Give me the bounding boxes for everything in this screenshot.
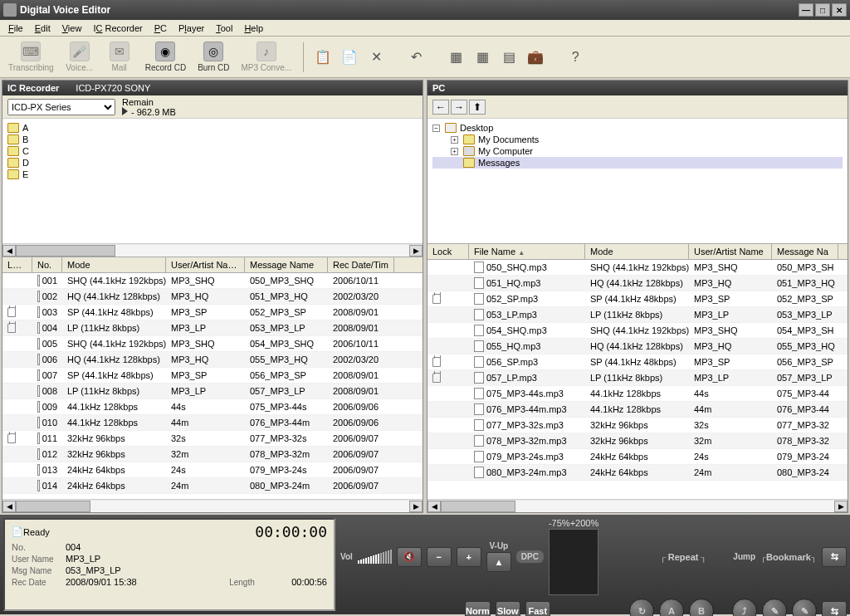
table-row[interactable]: 01424kHz 64kbps24m080_MP3-24m2006/09/07 <box>2 478 423 494</box>
mute-button[interactable]: 🔇 <box>397 547 422 567</box>
maximize-button[interactable]: □ <box>815 3 830 17</box>
undo-button[interactable]: ↶ <box>405 46 427 68</box>
scrollbar-left-tree[interactable]: ◀▶ <box>2 243 423 257</box>
tree-my-computer[interactable]: +My Computer <box>432 145 843 157</box>
menu-player[interactable]: Player <box>173 22 209 35</box>
grid-body-right[interactable]: 050_SHQ.mp3SHQ (44.1kHz 192kbps)MP3_SHQ0… <box>427 260 848 499</box>
column-header[interactable]: Mode <box>62 257 166 272</box>
vup-button[interactable]: ▲ <box>486 552 511 572</box>
forward-button[interactable]: → <box>451 100 467 115</box>
toggle1-button[interactable]: ⇆ <box>822 547 847 567</box>
minimize-button[interactable]: — <box>799 3 813 17</box>
close-button[interactable]: ✕ <box>832 3 847 17</box>
delete-button[interactable]: ✕ <box>365 46 387 68</box>
b-repeat-button[interactable]: B <box>689 599 714 616</box>
expand-icon[interactable]: + <box>451 148 458 155</box>
repeat-button[interactable]: ↻ <box>629 599 654 616</box>
table-row[interactable]: 050_SHQ.mp3SHQ (44.1kHz 192kbps)MP3_SHQ0… <box>427 260 848 276</box>
table-row[interactable]: 01232kHz 96kbps32m078_MP3-32m2006/09/07 <box>2 447 423 462</box>
copy-button[interactable]: 📋 <box>312 46 334 68</box>
table-row[interactable]: 002HQ (44.1kHz 128kbps)MP3_HQ051_MP3_HQ2… <box>2 289 423 305</box>
folder-tree-left[interactable]: ABCDE <box>2 119 423 243</box>
table-row[interactable]: 080_MP3-24m.mp324kHz 64kbps24m080_MP3-24 <box>427 465 848 481</box>
folder-item[interactable]: A <box>7 122 418 134</box>
paste-button[interactable]: 📄 <box>339 46 360 68</box>
tool2-button[interactable]: ▦ <box>471 46 493 68</box>
norm-button[interactable]: Norm <box>465 601 491 616</box>
tree-desktop[interactable]: −Desktop <box>432 122 843 134</box>
tree-my-documents[interactable]: +My Documents <box>432 134 843 145</box>
menu-help[interactable]: Help <box>239 22 268 35</box>
scrollbar-right-grid[interactable]: ◀▶ <box>427 499 848 512</box>
table-row[interactable]: 054_SHQ.mp3SHQ (44.1kHz 192kbps)MP3_SHQ0… <box>427 323 848 339</box>
column-header[interactable]: File Name▲ <box>469 244 585 259</box>
back-button[interactable]: ← <box>432 100 449 115</box>
vol-up-button[interactable]: + <box>457 547 481 567</box>
jump-button[interactable]: ⤴ <box>732 599 757 616</box>
column-header[interactable]: No. <box>32 257 62 272</box>
table-row[interactable]: 055_HQ.mp3HQ (44.1kHz 128kbps)MP3_HQ055_… <box>427 339 848 354</box>
table-row[interactable]: 079_MP3-24s.mp324kHz 64kbps24s079_MP3-24 <box>427 449 848 465</box>
table-row[interactable]: 006HQ (44.1kHz 128kbps)MP3_HQ055_MP3_HQ2… <box>2 352 423 368</box>
menu-tool[interactable]: Tool <box>211 22 237 35</box>
column-header[interactable]: Message Na <box>772 244 838 259</box>
table-row[interactable]: 001SHQ (44.1kHz 192kbps)MP3_SHQ050_MP3_S… <box>2 273 423 289</box>
table-row[interactable]: 053_LP.mp3LP (11kHz 8kbps)MP3_LP053_MP3_… <box>427 307 848 323</box>
table-row[interactable]: 003SP (44.1kHz 48kbps)MP3_SP052_MP3_SP20… <box>2 305 423 320</box>
collapse-icon[interactable]: − <box>432 125 440 132</box>
record-cd-button[interactable]: ◉Record CD <box>142 40 189 74</box>
column-header[interactable]: Mode <box>585 244 689 259</box>
mp3-convert-button[interactable]: ♪MP3 Conve... <box>237 40 295 74</box>
tool3-button[interactable]: ▤ <box>498 46 520 68</box>
a-repeat-button[interactable]: A <box>659 599 684 616</box>
fast-button[interactable]: Fast <box>525 601 550 616</box>
table-row[interactable]: 01044.1kHz 128kbps44m076_MP3-44m2006/09/… <box>2 415 423 431</box>
column-header[interactable]: Lock <box>2 257 32 272</box>
bookmark-prev-button[interactable]: ✎ <box>762 599 787 616</box>
folder-item[interactable]: C <box>7 145 418 157</box>
column-header[interactable]: User/Artist Name <box>689 244 772 259</box>
slow-button[interactable]: Slow <box>496 601 520 616</box>
table-row[interactable]: 052_SP.mp3SP (44.1kHz 48kbps)MP3_SP052_M… <box>427 291 848 307</box>
table-row[interactable]: 008LP (11kHz 8kbps)MP3_LP057_MP3_LP2008/… <box>2 384 423 399</box>
tool4-button[interactable]: 💼 <box>525 46 546 68</box>
column-header[interactable]: Rec Date/Tim <box>328 257 394 272</box>
table-row[interactable]: 078_MP3-32m.mp332kHz 96kbps32m078_MP3-32 <box>427 433 848 449</box>
burn-cd-button[interactable]: ◎Burn CD <box>194 40 232 74</box>
folder-tree-right[interactable]: −Desktop +My Documents +My Computer Mess… <box>427 119 848 243</box>
table-row[interactable]: 077_MP3-32s.mp332kHz 96kbps32s077_MP3-32 <box>427 418 848 433</box>
table-row[interactable]: 056_SP.mp3SP (44.1kHz 48kbps)MP3_SP056_M… <box>427 354 848 370</box>
vol-down-button[interactable]: − <box>427 547 452 567</box>
table-row[interactable]: 01324kHz 64kbps24s079_MP3-24s2006/09/07 <box>2 462 423 478</box>
toggle2-button[interactable]: ⇆ <box>822 601 847 616</box>
table-row[interactable]: 01132kHz 96kbps32s077_MP3-32s2006/09/07 <box>2 431 423 447</box>
column-header[interactable]: Message Name <box>245 257 328 272</box>
column-header[interactable]: User/Artist Name <box>166 257 245 272</box>
table-row[interactable]: 007SP (44.1kHz 48kbps)MP3_SP056_MP3_SP20… <box>2 368 423 384</box>
bookmark-next-button[interactable]: ✎ <box>792 599 817 616</box>
menu-file[interactable]: File <box>3 22 28 35</box>
voice-button[interactable]: 🎤Voice... <box>62 40 97 74</box>
expand-icon[interactable]: + <box>451 136 458 144</box>
scrollbar-left-grid[interactable]: ◀▶ <box>2 499 423 512</box>
help-button[interactable]: ? <box>564 46 586 68</box>
folder-item[interactable]: E <box>7 169 418 180</box>
column-header[interactable]: Lock <box>427 244 469 259</box>
folder-item[interactable]: D <box>7 157 418 169</box>
up-button[interactable]: ⬆ <box>469 100 486 115</box>
table-row[interactable]: 004LP (11kHz 8kbps)MP3_LP053_MP3_LP2008/… <box>2 320 423 336</box>
table-row[interactable]: 051_HQ.mp3HQ (44.1kHz 128kbps)MP3_HQ051_… <box>427 276 848 291</box>
dpc-slider[interactable] <box>549 529 598 595</box>
mail-button[interactable]: ✉Mail <box>102 40 137 74</box>
folder-item[interactable]: B <box>7 134 418 145</box>
grid-body-left[interactable]: 001SHQ (44.1kHz 192kbps)MP3_SHQ050_MP3_S… <box>2 273 423 499</box>
tree-messages[interactable]: Messages <box>432 157 843 169</box>
menu-ic-recorder[interactable]: IC Recorder <box>88 22 147 35</box>
table-row[interactable]: 005SHQ (44.1kHz 192kbps)MP3_SHQ054_MP3_S… <box>2 336 423 352</box>
menu-pc[interactable]: PC <box>149 22 172 35</box>
table-row[interactable]: 076_MP3-44m.mp344.1kHz 128kbps44m076_MP3… <box>427 402 848 418</box>
transcribing-button[interactable]: ⌨Transcribing <box>5 40 57 74</box>
table-row[interactable]: 00944.1kHz 128kbps44s075_MP3-44s2006/09/… <box>2 399 423 415</box>
menu-edit[interactable]: Edit <box>30 22 56 35</box>
menu-view[interactable]: View <box>57 22 87 35</box>
